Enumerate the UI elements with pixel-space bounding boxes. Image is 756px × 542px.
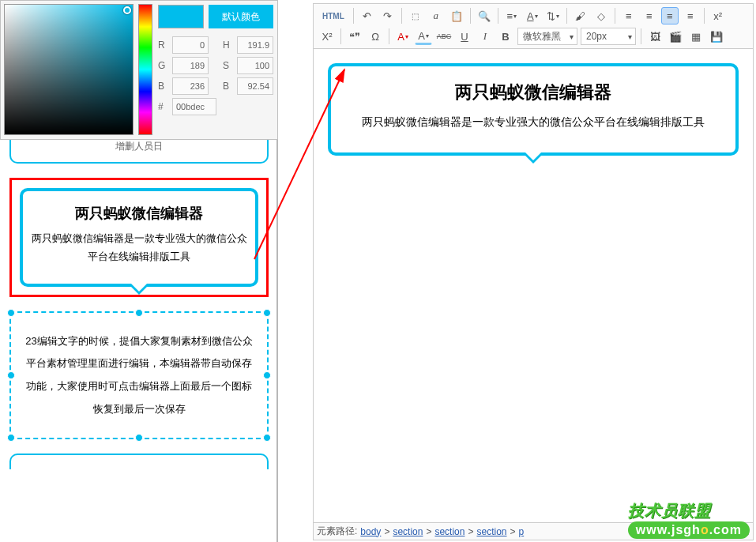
editor-toolbar: HTML ↶ ↷ ⬚ a 📋 🔍 ≡▾ A▾ ⇅▾ 🖌 ◇ ≡ ≡ ≡ ≡ x²… (313, 3, 754, 49)
resize-handle[interactable] (135, 309, 143, 317)
template-item-partial[interactable] (9, 454, 269, 469)
bold-button[interactable]: B (497, 28, 514, 45)
resize-handle[interactable] (135, 434, 143, 442)
watermark-url: www.jsgho.com (628, 521, 750, 539)
hue-slider[interactable] (138, 4, 152, 135)
pointer-down-icon (522, 152, 544, 164)
align-center-button[interactable]: ≡ (641, 7, 658, 24)
left-panel: 默认颜色 R G B # H S B 增删人员日 (0, 0, 278, 542)
italic-button[interactable]: I (476, 28, 494, 45)
redo-button[interactable]: ↷ (379, 7, 397, 24)
insert-image-button[interactable]: 🖼 (646, 28, 664, 45)
h-input[interactable] (237, 36, 273, 54)
toolbar-separator (704, 8, 705, 24)
toolbar-separator (353, 8, 354, 24)
subscript-button[interactable]: X² (318, 28, 336, 45)
g-label: G (158, 60, 169, 71)
margin-button[interactable]: ⇅▾ (544, 7, 562, 24)
watermark-text: 技术员联盟 (628, 500, 750, 521)
b2-input[interactable] (237, 77, 273, 95)
editor-content-area[interactable]: 两只蚂蚁微信编辑器 两只蚂蚁微信编辑器是一款专业强大的微信公众平台在线编辑排版工… (313, 49, 754, 523)
resize-handle[interactable] (263, 434, 271, 442)
path-section3[interactable]: section (476, 526, 506, 537)
align-right-button[interactable]: ≡ (661, 7, 679, 24)
s-input[interactable] (237, 57, 273, 74)
editor-title[interactable]: 两只蚂蚁微信编辑器 (347, 81, 720, 104)
toolbar-separator (641, 28, 641, 44)
resize-handle[interactable] (263, 371, 271, 379)
template-item-dashed[interactable]: 23编辑文字的时候，提倡大家复制素材到微信公众平台素材管理里面进行编辑，本编辑器… (9, 311, 269, 439)
template-title: 两只蚂蚁微信编辑器 (31, 204, 247, 223)
path-section1[interactable]: section (393, 526, 423, 537)
resize-handle[interactable] (7, 309, 15, 317)
font-size-select[interactable]: 20px (581, 28, 636, 45)
strikethrough-button[interactable]: ABC (435, 28, 453, 45)
path-section2[interactable]: section (434, 526, 465, 537)
path-body[interactable]: body (360, 526, 381, 537)
current-color-swatch (158, 5, 204, 28)
clear-format-button[interactable]: ◇ (592, 7, 610, 24)
align-left-button[interactable]: ≡ (620, 7, 638, 24)
b-label: B (158, 81, 169, 92)
blockquote-button[interactable]: ❝❞ (346, 28, 363, 45)
pointer-down-icon (128, 284, 150, 295)
resize-handle[interactable] (263, 309, 271, 317)
r-label: R (158, 40, 169, 51)
back-color-button[interactable]: A▾ (415, 28, 432, 45)
path-label: 元素路径: (317, 525, 357, 538)
superscript-button[interactable]: x² (709, 7, 727, 24)
watermark-logo: 技术员联盟 www.jsgho.com (628, 500, 750, 539)
default-color-button[interactable]: 默认颜色 (209, 5, 273, 28)
html-source-button[interactable]: HTML (318, 7, 348, 24)
letter-spacing-button[interactable]: A▾ (524, 7, 541, 24)
toolbar-separator (566, 8, 567, 24)
toolbar-separator (470, 8, 471, 24)
templates-list[interactable]: 增删人员日 两只蚂蚁微信编辑器 两只蚂蚁微信编辑器是一款专业强大的微信公众平台在… (0, 140, 278, 542)
color-values-panel: 默认颜色 R G B # H S B (154, 1, 277, 139)
editor-panel: HTML ↶ ↷ ⬚ a 📋 🔍 ≡▾ A▾ ⇅▾ 🖌 ◇ ≡ ≡ ≡ ≡ x²… (313, 3, 754, 539)
text-color-button[interactable]: A▾ (394, 28, 412, 45)
template-item-cutoff[interactable]: 增删人员日 (9, 140, 269, 164)
underline-button[interactable]: U (456, 28, 473, 45)
toolbar-separator (498, 8, 498, 24)
font-family-select[interactable]: 微软雅黑 (517, 28, 577, 45)
path-p[interactable]: p (519, 526, 525, 537)
dashed-text: 23编辑文字的时候，提倡大家复制素材到微信公众平台素材管理里面进行编辑，本编辑器… (25, 330, 253, 420)
template-item-selected[interactable]: 两只蚂蚁微信编辑器 两只蚂蚁微信编辑器是一款专业强大的微信公众平台在线编辑排版工… (9, 178, 269, 297)
align-justify-button[interactable]: ≡ (682, 7, 699, 24)
find-button[interactable]: 🔍 (476, 7, 493, 24)
insert-video-button[interactable]: 🎬 (667, 28, 684, 45)
template-callout-box: 两只蚂蚁微信编辑器 两只蚂蚁微信编辑器是一款专业强大的微信公众平台在线编辑排版工… (20, 188, 258, 287)
undo-button[interactable]: ↶ (359, 7, 376, 24)
toolbar-separator (340, 28, 341, 44)
font-button[interactable]: a (427, 7, 445, 24)
toolbar-separator (389, 28, 389, 44)
toolbar-separator (401, 8, 402, 24)
b2-label: B (223, 81, 234, 92)
special-char-button[interactable]: Ω (367, 28, 384, 45)
paste-button[interactable]: 📋 (448, 7, 465, 24)
resize-handle[interactable] (7, 434, 15, 442)
editor-callout-box[interactable]: 两只蚂蚁微信编辑器 两只蚂蚁微信编辑器是一款专业强大的微信公众平台在线编辑排版工… (328, 63, 739, 156)
cutoff-text: 增删人员日 (11, 140, 267, 153)
format-brush-button[interactable]: 🖌 (572, 7, 589, 24)
color-picker: 默认颜色 R G B # H S B (0, 0, 278, 140)
autotype-button[interactable]: ⬚ (407, 7, 424, 24)
editor-desc[interactable]: 两只蚂蚁微信编辑器是一款专业强大的微信公众平台在线编辑排版工具 (347, 112, 720, 132)
saturation-gradient[interactable] (4, 4, 134, 135)
hex-label: # (158, 101, 169, 112)
gradient-cursor[interactable] (123, 6, 131, 14)
template-desc: 两只蚂蚁微信编辑器是一款专业强大的微信公众平台在线编辑排版工具 (31, 229, 247, 266)
b-input[interactable] (172, 77, 209, 95)
r-input[interactable] (172, 36, 209, 54)
save-button[interactable]: 💾 (708, 28, 725, 45)
h-label: H (223, 40, 234, 51)
s-label: S (223, 60, 234, 71)
g-input[interactable] (172, 57, 209, 74)
insert-table-button[interactable]: ▦ (687, 28, 705, 45)
resize-handle[interactable] (7, 371, 15, 379)
toolbar-separator (615, 8, 615, 24)
hex-input[interactable] (172, 98, 216, 115)
line-spacing-button[interactable]: ≡▾ (503, 7, 521, 24)
